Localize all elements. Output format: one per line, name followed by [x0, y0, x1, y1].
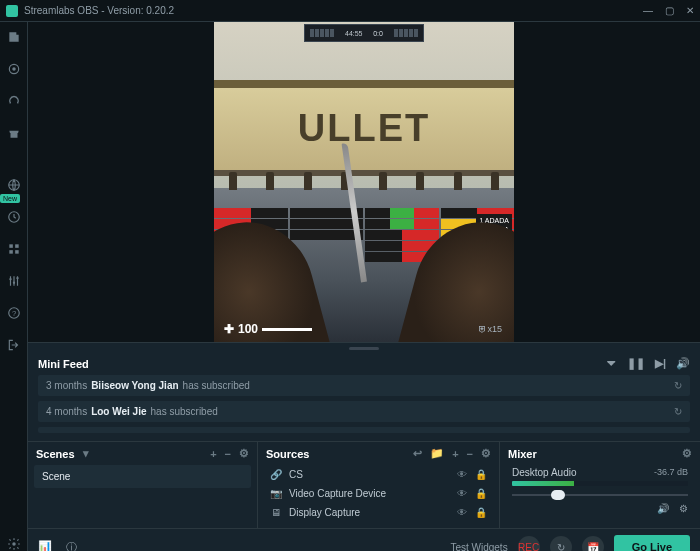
feed-item: 3 months Biiseow Yong Jian has subscribe…: [38, 375, 690, 396]
store-icon[interactable]: [7, 126, 21, 140]
preview-area[interactable]: ULLET 44:55 0:0: [28, 22, 700, 342]
chevron-down-icon[interactable]: ▾: [83, 447, 89, 460]
audio-settings-icon[interactable]: ⚙: [679, 503, 688, 514]
clock-icon[interactable]: [7, 210, 21, 224]
mixer-settings-icon[interactable]: ⚙: [682, 447, 692, 460]
svg-point-10: [16, 277, 18, 279]
source-item[interactable]: 🖥 Display Capture 👁🔒: [264, 503, 493, 522]
minimize-button[interactable]: —: [643, 5, 653, 16]
svg-point-13: [12, 542, 16, 546]
display-icon: 🖥: [270, 507, 282, 518]
game-scoreboard: 44:55 0:0: [304, 24, 424, 42]
minifeed-title: Mini Feed: [38, 358, 89, 370]
grid-icon[interactable]: [7, 242, 21, 256]
app-logo-icon: [6, 5, 18, 17]
sources-title: Sources: [266, 448, 309, 460]
filter-icon[interactable]: ⏷: [606, 357, 617, 370]
maximize-button[interactable]: ▢: [665, 5, 674, 16]
svg-rect-5: [15, 244, 19, 248]
hud-health: ✚ 100: [224, 322, 312, 336]
link-icon: 🔗: [270, 469, 282, 480]
feed-item: 4 months Loo Wei Jie has subscribed ↻: [38, 401, 690, 422]
svg-rect-7: [15, 250, 19, 254]
visibility-icon[interactable]: 👁: [457, 488, 467, 499]
svg-point-8: [9, 278, 11, 280]
pause-icon[interactable]: ❚❚: [627, 357, 645, 370]
svg-rect-4: [9, 244, 13, 248]
question-icon[interactable]: ?: [7, 306, 21, 320]
source-item[interactable]: 🔗 CS 👁🔒: [264, 465, 493, 484]
editor-icon[interactable]: [7, 30, 21, 44]
target-icon[interactable]: [7, 62, 21, 76]
stats-icon[interactable]: 📊: [38, 540, 52, 552]
volume-slider[interactable]: [512, 490, 688, 500]
add-scene-icon[interactable]: +: [210, 448, 216, 460]
sliders-icon[interactable]: [7, 274, 21, 288]
repeat-icon[interactable]: ↻: [674, 380, 682, 391]
lock-icon[interactable]: 🔒: [475, 507, 487, 518]
scene-settings-icon[interactable]: ⚙: [239, 447, 249, 460]
info-icon[interactable]: ⓘ: [66, 540, 77, 552]
window-title: Streamlabs OBS - Version: 0.20.2: [24, 5, 174, 16]
game-preview: ULLET 44:55 0:0: [214, 22, 514, 342]
schedule-button[interactable]: 📅: [582, 536, 604, 551]
mixer-item: Desktop Audio -36.7 dB 🔊 ⚙: [506, 465, 694, 516]
new-badge: New: [0, 194, 20, 203]
source-settings-icon[interactable]: ⚙: [481, 447, 491, 460]
mixer-title: Mixer: [508, 448, 537, 460]
left-sidebar: New ?: [0, 22, 28, 551]
repeat-icon[interactable]: ↻: [674, 406, 682, 417]
remove-source-icon[interactable]: −: [467, 448, 473, 460]
source-item[interactable]: 📷 Video Capture Device 👁🔒: [264, 484, 493, 503]
footer: 📊 ⓘ Test Widgets REC ↻ 📅 Go Live: [28, 528, 700, 551]
folder-back-icon[interactable]: ↩: [413, 447, 422, 460]
audio-meter: [512, 481, 688, 486]
svg-point-1: [12, 67, 16, 71]
logout-icon[interactable]: [7, 338, 21, 352]
lock-icon[interactable]: 🔒: [475, 469, 487, 480]
remove-scene-icon[interactable]: −: [225, 448, 231, 460]
volume-icon[interactable]: 🔊: [676, 357, 690, 370]
visibility-icon[interactable]: 👁: [457, 469, 467, 480]
skip-icon[interactable]: ▶|: [655, 357, 666, 370]
camera-icon: 📷: [270, 488, 282, 499]
lock-icon[interactable]: 🔒: [475, 488, 487, 499]
mixer-source-name: Desktop Audio: [512, 467, 577, 478]
visibility-icon[interactable]: 👁: [457, 507, 467, 518]
settings-icon[interactable]: [7, 537, 21, 551]
folder-icon[interactable]: 📁: [430, 447, 444, 460]
hud-multiplier: ⛨x15: [478, 324, 502, 334]
record-button[interactable]: REC: [518, 536, 540, 551]
scenes-title: Scenes: [36, 448, 75, 460]
drag-handle[interactable]: [28, 343, 700, 353]
svg-point-9: [12, 282, 14, 284]
svg-text:?: ?: [11, 309, 15, 318]
replay-button[interactable]: ↻: [550, 536, 572, 551]
svg-rect-6: [9, 250, 13, 254]
go-live-button[interactable]: Go Live: [614, 535, 690, 551]
scene-item[interactable]: Scene: [34, 465, 251, 488]
feed-progress: [38, 427, 690, 433]
titlebar: Streamlabs OBS - Version: 0.20.2 — ▢ ✕: [0, 0, 700, 22]
mixer-db-value: -36.7 dB: [654, 467, 688, 478]
dashboard-icon[interactable]: [7, 94, 21, 108]
add-source-icon[interactable]: +: [452, 448, 458, 460]
mute-icon[interactable]: 🔊: [657, 503, 669, 514]
close-button[interactable]: ✕: [686, 5, 694, 16]
globe-icon[interactable]: [7, 178, 21, 192]
test-widgets-button[interactable]: Test Widgets: [450, 542, 507, 552]
